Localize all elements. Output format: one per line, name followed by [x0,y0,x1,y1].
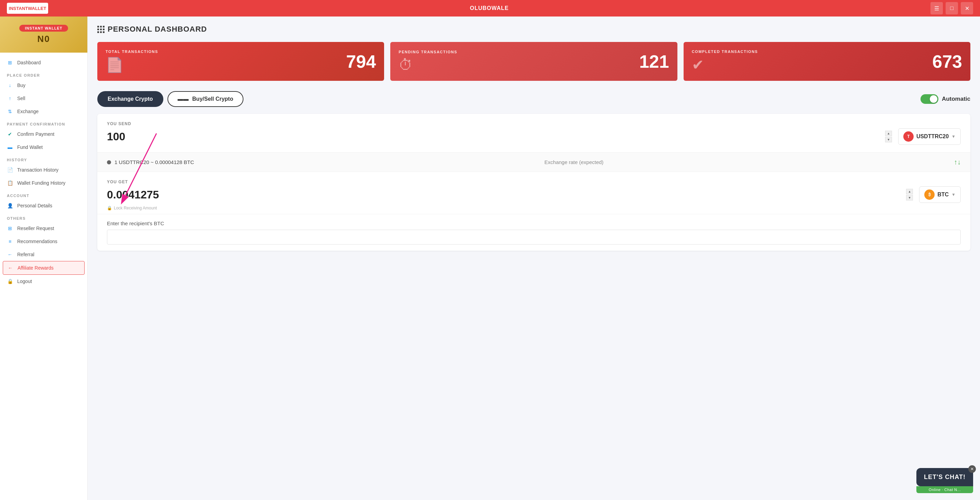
fund-wallet-icon: ▬ [7,144,13,150]
rate-left: 1 USDTTRC20 ~ 0.00004128 BTC [107,159,194,165]
sidebar-item-label-sell: Sell [17,96,25,101]
get-currency-chevron: ▼ [951,192,956,197]
stats-row: TOTAL TRANSACTIONS 📄 794 PENDING TRANSAC… [97,42,970,81]
page-title: PERSONAL DASHBOARD [108,25,207,34]
stat-label-pending: PENDING TRANSACTIONS [399,50,457,54]
get-spin-up[interactable]: ▲ [906,189,913,194]
you-send-section: YOU SEND 100 ▲ ▼ T USDTTRC20 ▼ [97,114,970,153]
sell-icon: ↑ [7,95,13,102]
chat-close-button[interactable]: ✕ [968,465,976,473]
recipient-label: Enter the recipient's BTC [107,220,961,226]
card-icon: ▬▬ [178,96,189,102]
sidebar-item-dashboard[interactable]: ⊞ Dashboard [0,56,88,69]
grid-icon [97,26,104,33]
topbar-actions: ☰ □ ✕ [931,2,973,14]
rate-label: Exchange rate (expected) [544,159,603,165]
lock-hint: 🔒 Lock Receiving Amount [107,205,961,210]
stat-value-completed: 673 [932,51,962,72]
send-currency-selector[interactable]: T USDTTRC20 ▼ [898,128,961,145]
sidebar-item-logout[interactable]: 🔒 Logout [0,275,88,288]
exchange-icon: ⇅ [7,108,13,115]
you-get-value: 0.0041275 [107,188,159,201]
section-label-place-order: PLACE ORDER [0,69,88,79]
chat-online-status: Online · Chat N... [916,486,973,493]
lock-icon: 🔒 [107,205,112,210]
recipient-input[interactable] [107,230,961,245]
section-label-others: OTHERS [0,212,88,222]
sidebar-item-confirm-payment[interactable]: ✔ Confirm Payment [0,127,88,141]
stat-card-left-pending: PENDING TRANSACTIONS ⏱ [399,50,457,73]
sidebar-item-wallet-funding-history[interactable]: 📋 Wallet Funding History [0,177,88,189]
sidebar-item-reseller-request[interactable]: ⊞ Reseller Request [0,222,88,235]
dashboard-icon: ⊞ [7,59,13,66]
you-get-section: YOU GET 0.0041275 ▲ ▼ ₿ BTC ▼ [97,172,970,214]
sidebar-item-label-logout: Logout [17,279,32,284]
rate-text: 1 USDTTRC20 ~ 0.00004128 BTC [115,159,194,165]
personal-details-icon: 👤 [7,202,13,209]
auto-toggle-switch[interactable] [921,94,939,104]
sidebar-item-transaction-history[interactable]: 📄 Transaction History [0,163,88,177]
you-send-value: 100 [107,131,125,143]
tab-exchange-crypto[interactable]: Exchange Crypto [97,91,163,107]
sidebar-item-personal-details[interactable]: 👤 Personal Details [0,199,88,212]
topbar-btn-2[interactable]: □ [946,2,958,14]
logo-area: INSTANTWALLET [7,3,48,14]
sidebar-item-buy[interactable]: ↓ Buy [0,79,88,92]
chat-widget: ✕ LET'S CHAT! Online · Chat N... [916,468,973,493]
sidebar-item-label-reseller-request: Reseller Request [17,226,54,231]
sidebar-item-label-wallet-funding-history: Wallet Funding History [17,180,65,186]
rate-arrows-icon: ↑↓ [954,158,961,166]
sidebar-item-recommendations[interactable]: ≡ Recommendations [0,235,88,248]
rate-row: 1 USDTTRC20 ~ 0.00004128 BTC Exchange ra… [97,153,970,172]
sidebar-item-label-exchange: Exchange [17,109,38,114]
sidebar-item-affiliate-rewards[interactable]: ← Affiliate Rewards [3,261,84,275]
stat-value-pending: 121 [639,51,669,72]
sidebar-item-label-personal-details: Personal Details [17,203,52,209]
confirm-payment-icon: ✔ [7,131,13,137]
tab-buy-sell-crypto[interactable]: ▬▬ Buy/Sell Crypto [167,91,244,107]
send-currency-chevron: ▼ [951,134,956,139]
spin-up[interactable]: ▲ [885,131,892,136]
sidebar-item-label-fund-wallet: Fund Wallet [17,145,43,150]
sidebar: INSTANT WALLET N0 ⊞ Dashboard PLACE ORDE… [0,16,88,500]
get-spin-down[interactable]: ▼ [906,195,913,201]
chat-button[interactable]: LET'S CHAT! [916,468,973,486]
spin-down[interactable]: ▼ [885,137,892,142]
get-currency-area: ▲ ▼ ₿ BTC ▼ [906,186,961,203]
logo: INSTANTWALLET [7,3,48,14]
topbar-btn-3[interactable]: ✕ [961,2,973,14]
stat-card-completed: COMPLETED TRANSACTIONS ✔ 673 [684,42,970,81]
logout-icon: 🔒 [7,278,13,284]
reseller-request-icon: ⊞ [7,225,13,231]
rate-dot [107,160,111,164]
you-get-label: YOU GET [107,180,961,184]
referral-icon: ← [7,252,13,258]
you-send-label: YOU SEND [107,121,961,126]
username-display: OLUBOWALE [470,5,509,11]
sidebar-item-sell[interactable]: ↑ Sell [0,92,88,105]
section-label-payment: PAYMENT CONFIRMATION [0,118,88,127]
sidebar-item-label-recommendations: Recommendations [17,239,57,244]
recipient-section: Enter the recipient's BTC [97,214,970,251]
stat-label-total: TOTAL TRANSACTIONS [105,49,158,54]
stat-label-completed: COMPLETED TRANSACTIONS [692,49,758,54]
stat-card-left-completed: COMPLETED TRANSACTIONS ✔ [692,49,758,73]
topbar-btn-1[interactable]: ☰ [931,2,943,14]
buy-icon: ↓ [7,82,13,88]
get-currency-icon: ₿ [924,189,935,200]
sidebar-item-referral[interactable]: ← Referral [0,248,88,261]
get-currency-selector[interactable]: ₿ BTC ▼ [919,186,961,203]
exchange-card: YOU SEND 100 ▲ ▼ T USDTTRC20 ▼ [97,114,970,251]
tab-row: Exchange Crypto ▬▬ Buy/Sell Crypto Autom… [97,91,970,107]
stat-value-total: 794 [346,51,376,72]
stat-icon-total: 📄 [105,56,158,73]
sidebar-item-label-affiliate-rewards: Affiliate Rewards [18,265,54,271]
sidebar-item-label-buy: Buy [17,83,25,88]
sidebar-item-exchange[interactable]: ⇅ Exchange [0,105,88,118]
send-currency-area: ▲ ▼ T USDTTRC20 ▼ [885,128,961,145]
section-label-history: HISTORY [0,154,88,163]
sidebar-item-label-confirm-payment: Confirm Payment [17,131,54,137]
sidebar-item-label-transaction-history: Transaction History [17,167,59,173]
send-currency-icon: T [903,131,914,142]
sidebar-item-fund-wallet[interactable]: ▬ Fund Wallet [0,141,88,154]
